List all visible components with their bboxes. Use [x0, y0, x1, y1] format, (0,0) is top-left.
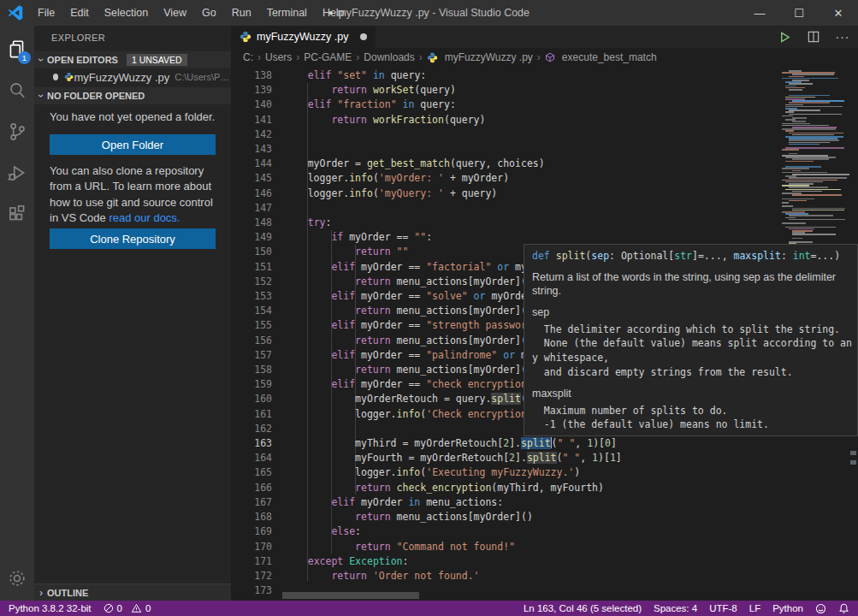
- line-number[interactable]: 173: [231, 583, 272, 598]
- line-number[interactable]: 149: [231, 230, 272, 245]
- clone-repository-button[interactable]: Clone Repository: [50, 228, 216, 249]
- breadcrumb-item[interactable]: Downloads: [364, 51, 414, 63]
- code-line[interactable]: try:: [284, 216, 622, 230]
- line-number[interactable]: 166: [231, 481, 272, 495]
- line-number[interactable]: 165: [231, 465, 272, 480]
- maximize-button[interactable]: ☐: [779, 0, 819, 26]
- code-line[interactable]: logger.info('Executing myFuzzyWuzzy.'): [284, 465, 622, 480]
- breadcrumb-item[interactable]: PC-GAME: [304, 51, 352, 63]
- breadcrumb-item[interactable]: C:: [243, 51, 253, 63]
- code-line[interactable]: else:: [284, 524, 622, 539]
- line-number[interactable]: 169: [231, 524, 272, 539]
- code-line[interactable]: [284, 142, 622, 157]
- modified-dot-icon[interactable]: [53, 74, 58, 80]
- code-line[interactable]: logger.info('myOrder: ' + myOrder): [284, 171, 622, 186]
- source-control-icon[interactable]: [0, 115, 34, 149]
- code-line[interactable]: myOrder = get_best_match(query, choices): [284, 157, 622, 171]
- code-line[interactable]: return check_encryption(myThird, myFourt…: [284, 481, 622, 495]
- explorer-icon[interactable]: 1: [0, 33, 34, 67]
- line-number[interactable]: 151: [231, 260, 272, 275]
- line-number[interactable]: 139: [231, 83, 272, 98]
- code-line[interactable]: if myOrder == "":: [284, 230, 622, 245]
- breadcrumb-item[interactable]: myFuzzyWuzzy .py: [427, 51, 533, 63]
- line-number[interactable]: 167: [231, 495, 272, 510]
- feedback-icon[interactable]: [815, 603, 826, 614]
- open-editor-item[interactable]: myFuzzyWuzzy .py C:\Users\PC-G...: [34, 68, 231, 86]
- no-folder-header[interactable]: › NO FOLDER OPENED: [34, 87, 231, 104]
- line-number[interactable]: 155: [231, 318, 272, 333]
- menu-go[interactable]: Go: [194, 0, 224, 26]
- breadcrumb-item[interactable]: execute_best_match: [545, 51, 657, 63]
- python-interpreter[interactable]: Python 3.8.2 32-bit: [9, 603, 92, 613]
- line-number[interactable]: 156: [231, 334, 272, 348]
- extensions-icon[interactable]: [0, 197, 34, 231]
- search-icon[interactable]: [0, 74, 34, 108]
- outline-header[interactable]: › OUTLINE: [34, 583, 231, 601]
- problems-indicator[interactable]: 0 0: [104, 603, 151, 613]
- tab-dirty-dot[interactable]: [360, 33, 367, 40]
- line-number[interactable]: 157: [231, 348, 272, 363]
- code-line[interactable]: return "Command not found!": [284, 540, 622, 554]
- menu-edit[interactable]: Edit: [62, 0, 97, 26]
- run-file-button[interactable]: [776, 28, 793, 45]
- code-line[interactable]: myFourth = myOrderRetouch[2].split(" ", …: [284, 451, 622, 465]
- menu-run[interactable]: Run: [224, 0, 259, 26]
- line-number[interactable]: 145: [231, 171, 272, 186]
- open-editors-header[interactable]: › OPEN EDITORS 1 UNSAVED: [34, 51, 231, 68]
- split-editor-button[interactable]: [805, 28, 822, 45]
- run-debug-icon[interactable]: [0, 156, 34, 190]
- line-number[interactable]: 152: [231, 275, 272, 289]
- open-folder-button[interactable]: Open Folder: [50, 134, 216, 155]
- code-line[interactable]: return workSet(query): [284, 83, 622, 98]
- cursor-position[interactable]: Ln 163, Col 46 (5 selected): [524, 603, 642, 613]
- eol-setting[interactable]: LF: [749, 603, 760, 613]
- line-number[interactable]: 144: [231, 157, 272, 171]
- line-number[interactable]: 147: [231, 201, 272, 216]
- line-number[interactable]: 154: [231, 304, 272, 318]
- line-number[interactable]: 162: [231, 422, 272, 436]
- line-number[interactable]: 150: [231, 245, 272, 259]
- more-actions-button[interactable]: ···: [834, 28, 851, 45]
- breadcrumb-item[interactable]: Users: [265, 51, 292, 63]
- line-number[interactable]: 140: [231, 98, 272, 112]
- line-number[interactable]: 170: [231, 540, 272, 554]
- line-number[interactable]: 163: [231, 436, 272, 451]
- code-line[interactable]: [284, 127, 622, 142]
- line-number[interactable]: 159: [231, 377, 272, 392]
- line-number[interactable]: 161: [231, 407, 272, 422]
- line-number[interactable]: 171: [231, 554, 272, 569]
- line-number[interactable]: 153: [231, 289, 272, 304]
- menu-help[interactable]: Help: [315, 0, 352, 26]
- line-number[interactable]: 164: [231, 451, 272, 465]
- code-line[interactable]: logger.info('myQuery: ' + query): [284, 187, 622, 201]
- code-line[interactable]: elif "fraction" in query:: [284, 98, 622, 112]
- minimize-button[interactable]: —: [740, 0, 779, 26]
- code-line[interactable]: [284, 201, 622, 216]
- code-line[interactable]: elif myOrder in menu_actions:: [284, 495, 622, 510]
- code-line[interactable]: except Exception:: [284, 554, 622, 569]
- code-line[interactable]: return menu_actions[myOrder](): [284, 510, 622, 524]
- code-line[interactable]: return 'Order not found.': [284, 569, 622, 583]
- menu-terminal[interactable]: Terminal: [259, 0, 315, 26]
- line-number[interactable]: 138: [231, 68, 272, 83]
- line-number[interactable]: 172: [231, 569, 272, 583]
- read-our-docs-link[interactable]: read our docs.: [109, 211, 180, 224]
- code-line[interactable]: elif "set" in query:: [284, 68, 622, 83]
- menu-selection[interactable]: Selection: [97, 0, 156, 26]
- tab-myfuzzywuzzy[interactable]: myFuzzyWuzzy .py: [231, 26, 376, 48]
- line-number[interactable]: 158: [231, 363, 272, 377]
- menu-view[interactable]: View: [156, 0, 194, 26]
- line-number[interactable]: 141: [231, 113, 272, 127]
- encoding-setting[interactable]: UTF-8: [709, 603, 737, 613]
- indentation-setting[interactable]: Spaces: 4: [654, 603, 697, 613]
- line-number[interactable]: 168: [231, 510, 272, 524]
- horizontal-scrollbar[interactable]: [282, 592, 419, 599]
- language-mode[interactable]: Python: [772, 603, 803, 613]
- line-number[interactable]: 160: [231, 392, 272, 406]
- notifications-bell-icon[interactable]: [838, 603, 849, 614]
- line-number[interactable]: 143: [231, 142, 272, 157]
- settings-gear-icon[interactable]: [0, 561, 34, 595]
- line-number[interactable]: 146: [231, 187, 272, 201]
- code-line[interactable]: myThird = myOrderRetouch[2].split(" ", 1…: [284, 436, 622, 451]
- code-line[interactable]: return workFraction(query): [284, 113, 622, 127]
